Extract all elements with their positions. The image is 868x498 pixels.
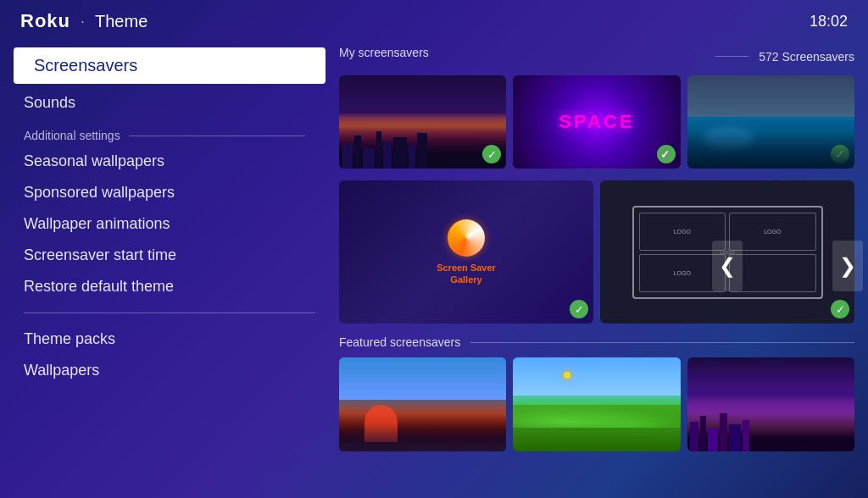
screensaver-logo-check: ✓ bbox=[831, 300, 849, 318]
screensaver-thumb-city[interactable]: ✓ bbox=[339, 75, 506, 169]
screensaver-ocean-check: ✓ bbox=[831, 145, 849, 163]
nav-left-arrow[interactable]: ❮ bbox=[712, 241, 743, 291]
content-area: ❮ ❯ My screensavers 572 Screensavers bbox=[339, 39, 868, 493]
screensaver-thumb-gallery[interactable]: Screen Saver Gallery ✓ bbox=[339, 180, 593, 324]
section-line-right bbox=[715, 56, 748, 57]
gallery-line2: Gallery bbox=[450, 274, 481, 285]
page-title: Theme bbox=[95, 12, 147, 31]
gallery-line1: Screen Saver bbox=[437, 263, 496, 273]
sidebar-item-wallpapers[interactable]: Wallpapers bbox=[0, 355, 339, 386]
screensaver-thumb-ocean[interactable]: ✓ bbox=[687, 75, 854, 169]
roku-logo: Roku bbox=[20, 10, 70, 32]
featured-thumb-2[interactable] bbox=[513, 357, 680, 451]
sidebar-item-seasonal-wallpapers[interactable]: Seasonal wallpapers bbox=[0, 146, 339, 177]
header-separator: · bbox=[81, 13, 85, 30]
header: Roku · Theme 18:02 bbox=[0, 0, 868, 39]
nav-right-arrow[interactable]: ❯ bbox=[832, 241, 863, 291]
sidebar-item-sponsored-wallpapers[interactable]: Sponsored wallpapers bbox=[0, 177, 339, 208]
sidebar-item-wallpaper-animations[interactable]: Wallpaper animations bbox=[0, 208, 339, 240]
additional-settings-label: Additional settings bbox=[24, 129, 120, 142]
featured-label: Featured screensavers bbox=[339, 335, 460, 349]
featured-thumb-1[interactable] bbox=[339, 357, 506, 451]
sidebar-item-screensavers[interactable]: Screensavers bbox=[14, 47, 326, 84]
sidebar-item-screensaver-start-time[interactable]: Screensaver start time bbox=[0, 240, 339, 271]
sidebar-item-theme-packs[interactable]: Theme packs bbox=[0, 324, 339, 355]
my-screensavers-bottom-row: Screen Saver Gallery ✓ LOGO LOGO LOGO LO… bbox=[339, 180, 854, 324]
sidebar-item-sounds[interactable]: Sounds bbox=[0, 87, 339, 119]
main-content: Screensavers Sounds Additional settings … bbox=[0, 39, 868, 493]
featured-screensavers-grid bbox=[339, 357, 854, 451]
sidebar-divider bbox=[24, 313, 315, 313]
featured-header: Featured screensavers bbox=[339, 335, 854, 349]
screensaver-space-check: ✓ bbox=[657, 145, 676, 163]
screensaver-thumb-space[interactable]: SPACE ✓ bbox=[513, 75, 680, 169]
my-screensavers-label: My screensavers bbox=[339, 46, 429, 59]
my-screensavers-header-row: My screensavers 572 Screensavers bbox=[339, 46, 854, 64]
my-screensavers-header: My screensavers bbox=[339, 46, 715, 59]
my-screensavers-top-row: ✓ SPACE ✓ ✓ bbox=[339, 75, 854, 169]
space-label: SPACE bbox=[559, 111, 634, 133]
header-left: Roku · Theme bbox=[20, 10, 147, 32]
featured-section-line bbox=[470, 342, 854, 343]
screensavers-count-header: 572 Screensavers bbox=[715, 50, 854, 64]
featured-thumb-3[interactable] bbox=[687, 357, 854, 451]
sidebar-item-restore-default-theme[interactable]: Restore default theme bbox=[0, 271, 339, 302]
featured-screensavers-section: Featured screensavers bbox=[339, 335, 854, 451]
sidebar: Screensavers Sounds Additional settings … bbox=[0, 39, 339, 493]
additional-settings-header: Additional settings bbox=[0, 119, 339, 146]
clock: 18:02 bbox=[810, 13, 848, 30]
screensavers-count: 572 Screensavers bbox=[759, 50, 854, 64]
my-screensavers-section: My screensavers 572 Screensavers bbox=[339, 46, 854, 324]
